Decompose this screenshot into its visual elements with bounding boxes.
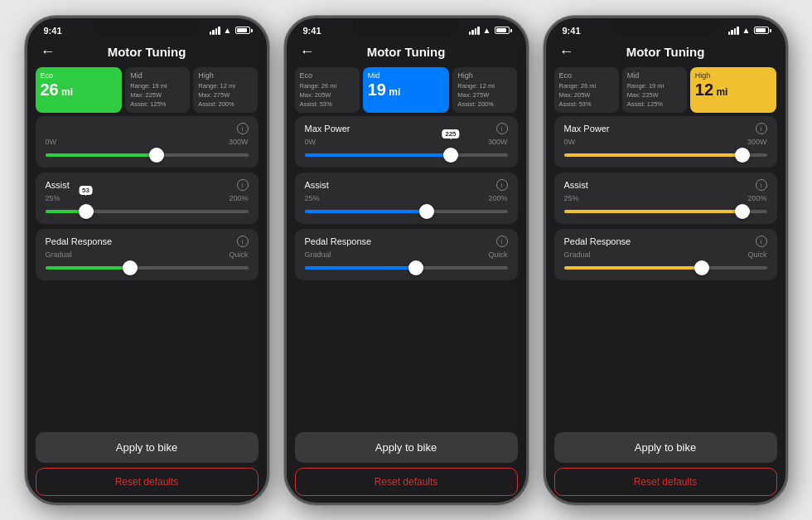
reset-button[interactable]: Reset defaults: [295, 468, 518, 496]
slider-header-1: Assist i: [46, 179, 249, 191]
slider-thumb-0[interactable]: [149, 148, 164, 163]
apply-button[interactable]: Apply to bike: [36, 432, 259, 463]
mode-tab-eco[interactable]: Eco 26 mi: [36, 67, 123, 114]
slider-track-container-1[interactable]: [564, 206, 767, 217]
slider-track-container-0[interactable]: [46, 149, 249, 161]
slider-header-0: Max Power i: [305, 123, 508, 134]
slider-header-0: i: [46, 123, 249, 134]
info-icon-2[interactable]: i: [496, 236, 508, 247]
mode-tab-eco[interactable]: Eco Range: 26 miMax: 205WAssist: 53%: [295, 67, 360, 114]
status-icons: ▲: [728, 26, 769, 35]
slider-max-1: 200%: [488, 194, 507, 202]
slider-min-2: Gradual: [305, 250, 331, 259]
slider-thumb-1[interactable]: 53: [79, 204, 94, 219]
mode-section: Eco Range: 26 miMax: 205WAssist: 53% Mid…: [295, 67, 518, 114]
slider-min-1: 25%: [564, 194, 579, 202]
mode-section: Eco 26 mi Mid Range: 19 miMax: 225WAssis…: [36, 67, 259, 114]
mode-tab-eco[interactable]: Eco Range: 26 miMax: 205WAssist: 53%: [554, 67, 619, 114]
slider-header-1: Assist i: [564, 179, 767, 191]
info-icon-1[interactable]: i: [237, 179, 249, 191]
slider-card-1: Assist i 25% 200%: [295, 173, 518, 224]
slider-title-1: Assist: [564, 180, 588, 190]
slider-title-2: Pedal Response: [564, 236, 631, 246]
info-icon-0[interactable]: i: [756, 123, 767, 134]
mode-label-eco: Eco: [300, 71, 355, 80]
slider-thumb-0[interactable]: [735, 148, 750, 163]
status-time: 9:41: [44, 26, 62, 36]
slider-min-1: 25%: [305, 194, 320, 202]
slider-thumb-1[interactable]: [419, 204, 434, 219]
slider-thumb-2[interactable]: [408, 260, 423, 275]
slider-labels-0: 0W 300W: [305, 138, 508, 146]
slider-fill-2: [564, 266, 703, 270]
slider-thumb-0[interactable]: 225: [443, 148, 458, 163]
mode-tab-high[interactable]: High Range: 12 miMax: 275WAssist: 200%: [193, 67, 258, 114]
slider-track-container-2[interactable]: [305, 262, 508, 274]
slider-track-container-1[interactable]: 53: [46, 206, 249, 217]
slider-labels-1: 25% 200%: [564, 194, 767, 202]
reset-button[interactable]: Reset defaults: [36, 468, 259, 496]
info-icon-2[interactable]: i: [237, 236, 249, 247]
slider-max-2: Quick: [488, 250, 507, 259]
mode-tab-mid[interactable]: Mid 19 mi: [363, 67, 450, 114]
slider-track-container-1[interactable]: [305, 206, 508, 217]
mode-label-mid: Mid: [627, 71, 682, 80]
slider-thumb-2[interactable]: [694, 260, 709, 275]
signal-bar-3: [475, 28, 477, 35]
notch: [611, 18, 719, 36]
sliders-section: Max Power i 0W 300W Assist: [546, 116, 785, 426]
signal-bar-2: [471, 30, 474, 35]
slider-header-2: Pedal Response i: [305, 236, 508, 247]
slider-thumb-1[interactable]: [735, 204, 750, 219]
slider-min-2: Gradual: [564, 250, 591, 259]
slider-thumb-2[interactable]: [123, 260, 138, 275]
slider-min-0: 0W: [46, 138, 57, 146]
back-button[interactable]: ←: [559, 43, 574, 61]
slider-fill-0: [305, 153, 451, 157]
slider-track-container-0[interactable]: [564, 149, 767, 161]
slider-title-2: Pedal Response: [305, 236, 372, 246]
info-icon-0[interactable]: i: [496, 123, 508, 134]
header: ← Motor Tuning: [287, 41, 526, 66]
info-icon-0[interactable]: i: [237, 123, 249, 134]
slider-track-container-2[interactable]: [564, 262, 767, 274]
apply-button[interactable]: Apply to bike: [554, 432, 777, 463]
reset-button[interactable]: Reset defaults: [554, 468, 777, 496]
back-button[interactable]: ←: [300, 43, 315, 61]
info-icon-1[interactable]: i: [496, 179, 508, 191]
slider-track-container-2[interactable]: [46, 262, 249, 274]
slider-title-2: Pedal Response: [46, 236, 113, 246]
slider-header-0: Max Power i: [564, 123, 767, 134]
slider-track-container-0[interactable]: 225: [305, 149, 508, 161]
info-icon-2[interactable]: i: [756, 236, 767, 247]
phone-mid: 9:41 ▲ ← Motor Tuning Eco Range: 26 miMa…: [284, 16, 529, 505]
slider-labels-2: Gradual Quick: [564, 250, 767, 259]
mode-stats-high: Range: 12 miMax: 275WAssist: 200%: [457, 81, 512, 109]
apply-button[interactable]: Apply to bike: [295, 432, 518, 463]
signal-bar-4: [737, 27, 739, 35]
mode-label-high: High: [198, 71, 253, 80]
slider-fill-1: [305, 210, 427, 213]
mode-tab-mid[interactable]: Mid Range: 19 miMax: 225WAssist: 125%: [125, 67, 190, 114]
slider-min-1: 25%: [46, 194, 60, 202]
header-title: Motor Tuning: [62, 45, 232, 59]
slider-track-2: [46, 266, 249, 270]
slider-fill-2: [305, 266, 417, 270]
slider-max-2: Quick: [747, 250, 766, 259]
mode-tab-high[interactable]: High 12 mi: [690, 67, 777, 114]
info-icon-1[interactable]: i: [756, 179, 767, 191]
mode-tab-high[interactable]: High Range: 12 miMax: 275WAssist: 200%: [452, 67, 517, 114]
mode-tab-mid[interactable]: Mid Range: 19 miMax: 225WAssist: 125%: [622, 67, 687, 114]
slider-fill-0: [46, 153, 157, 157]
wifi-icon: ▲: [483, 26, 491, 35]
slider-max-0: 300W: [747, 138, 767, 146]
battery-icon: [495, 27, 510, 34]
mode-value-high: 12 mi: [695, 81, 772, 99]
slider-card-0: Max Power i 0W 300W: [554, 116, 777, 168]
wifi-icon: ▲: [224, 26, 232, 35]
phone-eco: 9:41 ▲ ← Motor Tuning Eco 26 mi Mid Ra: [25, 16, 269, 505]
status-icons: ▲: [210, 26, 250, 35]
slider-labels-1: 25% 200%: [46, 194, 249, 202]
slider-card-0: Max Power i 0W 300W 225: [295, 116, 518, 168]
back-button[interactable]: ←: [41, 43, 56, 61]
